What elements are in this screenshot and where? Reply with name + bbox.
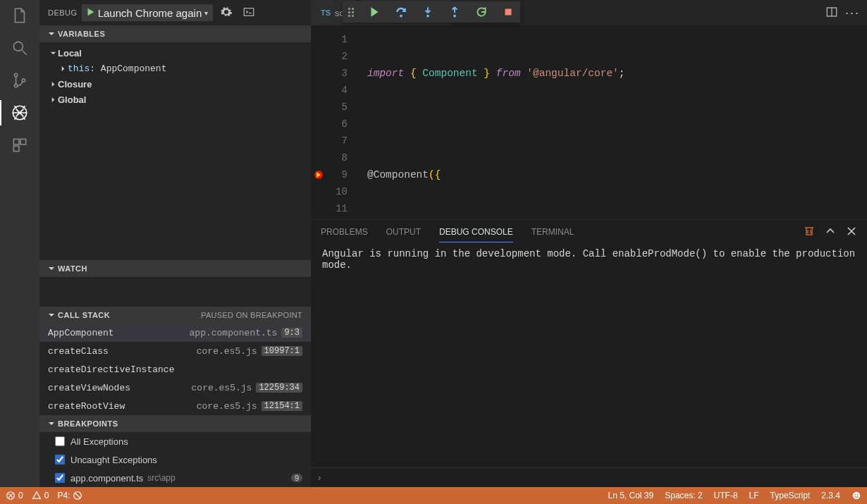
section-title: BREAKPOINTS	[58, 419, 118, 428]
breakpoint-checkbox[interactable]	[55, 436, 65, 446]
status-p4[interactable]: P4:	[57, 491, 82, 500]
watch-body	[39, 277, 311, 307]
svg-point-12	[853, 492, 861, 500]
svg-point-14	[857, 494, 859, 496]
section-watch[interactable]: WATCH	[39, 260, 311, 277]
chevron-right-icon	[48, 81, 58, 87]
chevron-down-icon: ▾	[204, 9, 208, 17]
typescript-icon: TS	[321, 8, 331, 17]
editor-area: TS son TS app.module.ts ··· 1 2 3 4	[311, 0, 867, 487]
chevron-down-icon	[48, 50, 58, 56]
debug-console-output: Angular is running in the development mo…	[311, 244, 867, 467]
callstack-frame[interactable]: createDirectiveInstance	[39, 360, 311, 379]
source-control-icon[interactable]	[10, 70, 30, 90]
activity-bar	[0, 0, 39, 487]
debug-toolbar	[343, 1, 520, 23]
status-encoding[interactable]: UTF-8	[714, 491, 738, 500]
svg-rect-6	[20, 139, 26, 145]
svg-rect-7	[13, 146, 19, 152]
status-errors[interactable]: 0	[6, 491, 23, 500]
close-panel-icon[interactable]	[846, 226, 857, 239]
chevron-down-icon	[48, 420, 56, 427]
section-title: CALL STACK	[58, 311, 110, 319]
sidebar-title: DEBUG	[48, 8, 78, 17]
start-debug-icon[interactable]	[85, 7, 95, 19]
debug-sidebar: DEBUG Launch Chrome again ▾ VARIABLES L	[39, 0, 311, 487]
svg-rect-18	[505, 9, 512, 16]
section-callstack[interactable]: CALL STACK PAUSED ON BREAKPOINT	[39, 307, 311, 324]
breakpoint-checkbox[interactable]	[55, 473, 65, 483]
launch-config-label: Launch Chrome again	[98, 7, 202, 19]
svg-point-1	[14, 73, 17, 76]
svg-rect-5	[13, 139, 19, 145]
panel-tab-debug-console[interactable]: DEBUG CONSOLE	[439, 222, 513, 242]
status-version[interactable]: 2.3.4	[821, 491, 840, 500]
breakpoint-checkbox[interactable]	[55, 455, 65, 465]
drag-handle-icon[interactable]	[348, 8, 354, 17]
search-icon[interactable]	[10, 38, 30, 58]
svg-point-17	[453, 15, 456, 18]
chevron-down-icon	[48, 265, 56, 272]
svg-point-2	[14, 84, 17, 87]
callstack-frame[interactable]: createClasscore.es5.js10997:1	[39, 342, 311, 360]
more-actions-icon[interactable]: ···	[845, 6, 860, 20]
svg-point-13	[854, 494, 856, 496]
continue-icon[interactable]	[368, 6, 381, 18]
status-language[interactable]: TypeScript	[770, 491, 811, 500]
restart-icon[interactable]	[475, 6, 488, 18]
debug-header: DEBUG Launch Chrome again ▾	[39, 0, 311, 25]
breakpoint-marker[interactable]	[314, 171, 323, 179]
section-title: WATCH	[58, 264, 87, 273]
callstack-frame[interactable]: AppComponentapp.component.ts9:3	[39, 324, 311, 342]
launch-config-select[interactable]: Launch Chrome again ▾	[82, 4, 214, 21]
stop-icon[interactable]	[502, 6, 515, 18]
chevron-down-icon	[48, 312, 56, 319]
split-editor-icon[interactable]	[825, 6, 838, 20]
scope-closure[interactable]: Closure	[39, 76, 311, 92]
chevron-right-icon: ›	[318, 472, 321, 483]
gear-icon[interactable]	[217, 6, 235, 20]
section-breakpoints[interactable]: BREAKPOINTS	[39, 415, 311, 432]
step-into-icon[interactable]	[422, 6, 434, 18]
variable-this[interactable]: this: AppComponent	[39, 61, 311, 76]
code-editor[interactable]: 1 2 3 4 5 6 7 8 9 10 11 import { Compone…	[311, 25, 867, 219]
feedback-icon[interactable]	[851, 491, 861, 500]
debug-console-toggle-icon[interactable]	[240, 6, 258, 20]
panel-tab-terminal[interactable]: TERMINAL	[531, 222, 574, 242]
step-out-icon[interactable]	[448, 6, 461, 18]
debug-console-input[interactable]: ›	[311, 467, 867, 487]
status-spaces[interactable]: Spaces: 2	[665, 491, 702, 500]
chevron-right-icon	[48, 97, 58, 103]
svg-point-0	[13, 42, 23, 51]
explorer-icon[interactable]	[10, 6, 30, 25]
line-gutter: 1 2 3 4 5 6 7 8 9 10 11	[311, 25, 357, 219]
section-title: VARIABLES	[58, 30, 105, 38]
status-eol[interactable]: LF	[749, 491, 759, 500]
callstack-frame[interactable]: createRootViewcore.es5.js12154:1	[39, 397, 311, 415]
section-variables[interactable]: VARIABLES	[39, 25, 311, 42]
svg-point-3	[22, 79, 25, 82]
bottom-panel: PROBLEMS OUTPUT DEBUG CONSOLE TERMINAL A…	[311, 219, 867, 487]
chevron-right-icon	[58, 66, 68, 72]
svg-rect-8	[244, 8, 254, 16]
breakpoint-row[interactable]: Uncaught Exceptions	[39, 450, 311, 469]
breakpoint-row[interactable]: All Exceptions	[39, 432, 311, 450]
scope-global[interactable]: Global	[39, 92, 311, 107]
extensions-icon[interactable]	[10, 135, 30, 155]
debug-icon[interactable]	[10, 103, 30, 123]
svg-point-16	[426, 15, 429, 18]
svg-point-15	[400, 15, 402, 18]
callstack-frame[interactable]: createViewNodescore.es5.js12259:34	[39, 379, 311, 397]
panel-tabs: PROBLEMS OUTPUT DEBUG CONSOLE TERMINAL	[311, 220, 867, 244]
collapse-panel-icon[interactable]	[825, 226, 836, 239]
status-cursor[interactable]: Ln 5, Col 39	[608, 491, 653, 500]
step-over-icon[interactable]	[395, 6, 407, 18]
panel-tab-problems[interactable]: PROBLEMS	[321, 222, 368, 242]
breakpoint-row[interactable]: app.component.tssrc\app9	[39, 469, 311, 487]
callstack-status: PAUSED ON BREAKPOINT	[201, 311, 302, 319]
status-warnings[interactable]: 0	[32, 491, 49, 500]
status-bar: 0 0 P4: Ln 5, Col 39 Spaces: 2 UTF-8 LF …	[0, 487, 867, 504]
panel-tab-output[interactable]: OUTPUT	[386, 222, 421, 242]
scope-local[interactable]: Local	[39, 45, 311, 61]
clear-console-icon[interactable]	[804, 226, 815, 239]
